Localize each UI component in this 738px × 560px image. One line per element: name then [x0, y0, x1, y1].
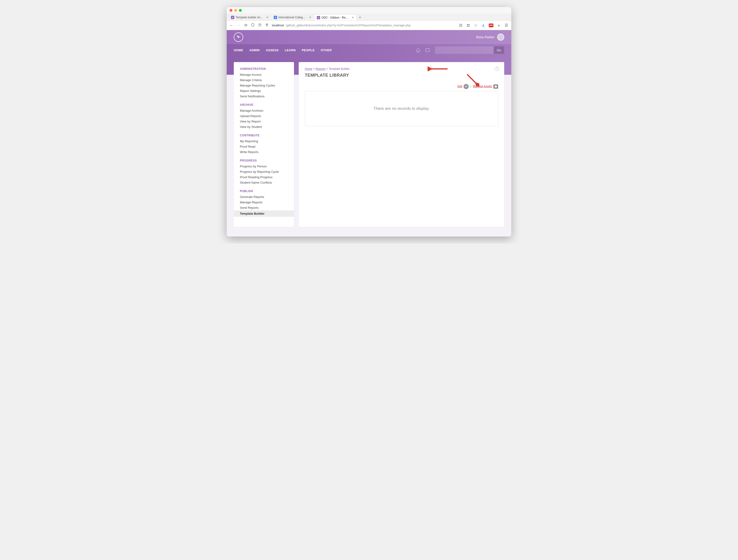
svg-rect-9 — [468, 24, 469, 25]
page-actions: Add + | Manage Assets — [305, 84, 498, 89]
svg-rect-4 — [267, 24, 267, 25]
breadcrumb: Home > Reports > Template Builder — [305, 67, 498, 70]
chat-icon[interactable] — [425, 47, 430, 53]
svg-rect-12 — [425, 49, 429, 52]
content: ADMINISTRATIONManage AccessManage Criter… — [227, 56, 511, 236]
svg-rect-10 — [467, 26, 468, 27]
nav-item[interactable]: ADMIN — [249, 48, 260, 52]
nav-item[interactable]: PEOPLE — [302, 48, 315, 52]
tab-favicon: G — [317, 16, 320, 19]
tab-close-icon[interactable]: ✕ — [309, 16, 311, 19]
window-minimize[interactable] — [234, 9, 237, 12]
sidebar-item[interactable]: My Reporting — [234, 138, 294, 144]
sidebar-section: ADMINISTRATIONManage AccessManage Criter… — [234, 67, 294, 99]
sidebar-item[interactable]: Send Reports — [234, 205, 294, 210]
app-root: Ross Parker HOMEADMINASSESSLEARNPEOPLEOT… — [227, 30, 511, 236]
shield-icon[interactable] — [251, 23, 255, 28]
search-input[interactable] — [435, 46, 494, 54]
nav-back[interactable]: ← — [230, 23, 234, 27]
nav-item[interactable]: OTHER — [321, 48, 332, 52]
sidebar-item[interactable]: Student Name Conflicts — [234, 180, 294, 185]
hamburger-icon[interactable]: ☰ — [504, 23, 508, 27]
header-icons — [416, 47, 430, 53]
url-host: localhost — [272, 23, 284, 27]
sidebar-item[interactable]: Proof Reading Progress — [234, 174, 294, 180]
url-field[interactable]: localhost/github_gibbonEdu/core/index.ph… — [272, 23, 456, 27]
sidebar-item[interactable]: View by Report — [234, 119, 294, 124]
sidebar-heading: PROGRESS — [234, 159, 294, 164]
permissions-icon[interactable] — [265, 23, 269, 27]
sidebar-item[interactable]: Template Builder — [234, 210, 294, 217]
crumb-home[interactable]: Home — [305, 67, 312, 70]
tab-favicon: G — [231, 16, 234, 19]
grid-icon[interactable] — [466, 23, 470, 27]
crumb-reports[interactable]: Reports — [316, 67, 326, 70]
window-zoom[interactable] — [239, 9, 242, 12]
browser-tab[interactable]: GGDC - Gibbon - Reports✕ — [314, 14, 357, 20]
nav-item[interactable]: LEARN — [285, 48, 296, 52]
bell-icon[interactable] — [416, 47, 421, 53]
sidebar-item[interactable]: Write Reports — [234, 149, 294, 155]
sidebar-item[interactable]: Progress by Reporting Cycle — [234, 169, 294, 174]
user-block[interactable]: Ross Parker — [476, 34, 504, 41]
nav-item[interactable]: HOME — [234, 48, 243, 52]
new-tab-button[interactable]: + — [357, 14, 363, 20]
nav-forward[interactable]: → — [237, 23, 241, 27]
toolbar-right: ☆ ABP » ☰ — [459, 23, 508, 27]
avatar[interactable] — [497, 34, 504, 41]
reader-icon[interactable] — [459, 23, 463, 27]
abp-icon[interactable]: ABP — [489, 23, 493, 27]
add-link[interactable]: Add — [457, 85, 462, 88]
sidebar-heading: ARCHIVE — [234, 103, 294, 108]
downloads-icon[interactable] — [481, 23, 485, 27]
window-close[interactable] — [230, 9, 232, 12]
main-panel: ? Home > Reports > Template Builder TEMP… — [299, 62, 504, 227]
tab-favicon: 3 — [274, 16, 277, 19]
assets-icon[interactable] — [493, 84, 498, 89]
app-nav: HOMEADMINASSESSLEARNPEOPLEOTHER Go — [227, 44, 511, 56]
empty-state: There are no records to display. — [305, 91, 498, 126]
overflow-icon[interactable]: » — [497, 23, 501, 27]
sidebar-item[interactable]: Report Settings — [234, 88, 294, 94]
app-logo[interactable] — [234, 32, 243, 42]
sidebar-section: PUBLISHGenerate ReportsManage ReportsSen… — [234, 189, 294, 217]
svg-rect-11 — [468, 26, 469, 27]
sidebar-item[interactable]: Upload Reports — [234, 113, 294, 119]
go-button[interactable]: Go — [494, 46, 504, 54]
sidebar-item[interactable]: Manage Reporting Cycles — [234, 83, 294, 88]
sidebar-section: PROGRESSProgress by PersonProgress by Re… — [234, 159, 294, 185]
window-titlebar — [227, 7, 511, 14]
sidebar-item[interactable]: Manage Reports — [234, 199, 294, 205]
manage-assets-link[interactable]: Manage Assets — [473, 85, 492, 88]
crumb-sep: > — [326, 67, 328, 70]
bookmark-star-icon[interactable]: ☆ — [474, 23, 478, 27]
tab-close-icon[interactable]: ✕ — [352, 16, 354, 19]
help-icon[interactable]: ? — [495, 67, 499, 71]
sidebar-item[interactable]: Progress by Person — [234, 164, 294, 169]
sidebar-item[interactable]: View by Student — [234, 124, 294, 129]
browser-window: GTemplate builder show no core c✕3Intern… — [227, 7, 511, 236]
sidebar-item[interactable]: Manage Criteria — [234, 77, 294, 83]
sidebar-item[interactable]: Generate Reports — [234, 194, 294, 199]
tab-close-icon[interactable]: ✕ — [266, 16, 269, 19]
sidebar-item[interactable]: Proof Read — [234, 144, 294, 149]
add-icon[interactable]: + — [463, 84, 469, 89]
sidebar: ADMINISTRATIONManage AccessManage Criter… — [234, 62, 294, 227]
browser-toolbar: ← → ⟳ localhost/github_gibbonEdu/core/in… — [227, 21, 511, 30]
browser-tab[interactable]: 3International College Hong Kong✕ — [271, 14, 314, 20]
tab-label: International College Hong Kong — [279, 16, 307, 19]
browser-tab[interactable]: GTemplate builder show no core c✕ — [229, 14, 271, 20]
page-info-icon[interactable] — [258, 23, 262, 27]
browser-tabbar: GTemplate builder show no core c✕3Intern… — [227, 14, 511, 21]
empty-message: There are no records to display. — [373, 106, 430, 111]
sidebar-item[interactable]: Send Notifications — [234, 94, 294, 99]
search-wrap: Go — [435, 46, 504, 54]
nav-item[interactable]: ASSESS — [266, 48, 279, 52]
action-sep: | — [470, 85, 471, 88]
sidebar-item[interactable]: Manage Access — [234, 72, 294, 77]
app-header: Ross Parker — [227, 30, 511, 44]
sidebar-item[interactable]: Manage Archives — [234, 108, 294, 113]
sidebar-heading: ADMINISTRATION — [234, 67, 294, 72]
nav-reload[interactable]: ⟳ — [244, 23, 248, 27]
svg-rect-8 — [467, 24, 468, 25]
